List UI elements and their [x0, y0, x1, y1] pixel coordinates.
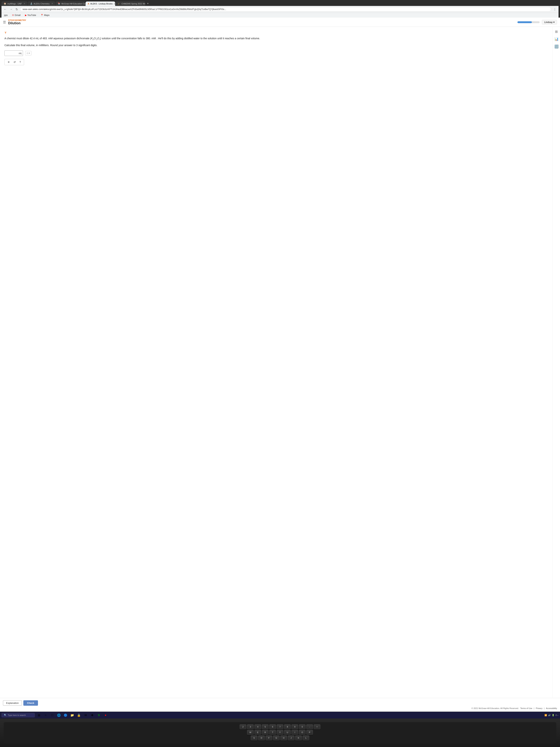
terms-link[interactable]: Terms of Use: [521, 707, 532, 710]
right-panel-icon-1[interactable]: ⊞: [554, 29, 559, 34]
taskbar-icon-red[interactable]: ●: [103, 713, 108, 718]
address-bar-row: ← → ↻ ⋮: [1, 6, 559, 12]
taskbar-tray: 📶 🔊 🔋 2:--: [544, 714, 559, 716]
tab-icon-aleks-chem: 🔬: [30, 2, 33, 5]
key-s[interactable]: S: [251, 736, 258, 740]
bookmark-gmail[interactable]: M Gmail: [11, 14, 22, 17]
bookmark-youtube-label: YouTube: [27, 14, 36, 17]
key-y[interactable]: Y: [277, 730, 283, 735]
help-button[interactable]: ?: [19, 60, 22, 64]
key-h[interactable]: H: [281, 736, 287, 740]
right-panel: ⊞ 📊 🔢: [553, 27, 560, 698]
separator-1: |: [534, 707, 534, 710]
menu-icon[interactable]: ☰: [3, 20, 6, 24]
key-4[interactable]: 4: [255, 724, 261, 729]
taskbar-icon-search[interactable]: ○: [43, 713, 48, 718]
expand-chevron[interactable]: ∨: [4, 31, 548, 34]
gmail-icon: M: [12, 14, 14, 17]
tab-icon-mcgraw: 📚: [58, 2, 60, 5]
forward-button[interactable]: →: [9, 7, 14, 11]
taskbar-icon-star[interactable]: ❖: [90, 713, 95, 718]
key-o[interactable]: O: [299, 730, 305, 735]
taskbar-icon-task[interactable]: □: [50, 713, 55, 718]
tab-close-mywings[interactable]: ✕: [24, 3, 25, 5]
taskbar-icon-s[interactable]: S: [96, 713, 102, 718]
key-i[interactable]: I: [292, 730, 298, 735]
user-dropdown-icon: ▾: [553, 21, 555, 24]
bookmark-youtube[interactable]: ▶ YouTube: [24, 14, 37, 17]
taskbar-icon-chrome[interactable]: 🔵: [63, 713, 68, 718]
problem-text-2: solution until the concentration falls t…: [101, 37, 260, 40]
tab-label-aleks-chem: ALEKs Chemistry: [34, 3, 50, 5]
key-w[interactable]: W: [247, 730, 254, 735]
key-u[interactable]: U: [284, 730, 291, 735]
key-minus[interactable]: -: [306, 724, 313, 729]
user-button[interactable]: Lindsay ▾: [542, 20, 557, 24]
key-9[interactable]: 9: [292, 724, 298, 729]
key-t[interactable]: T: [269, 730, 276, 735]
back-button[interactable]: ←: [3, 7, 7, 11]
extensions-button[interactable]: ⋮: [553, 7, 557, 11]
tab-label-aleks-main: ALEKS - Lindsay Brooks - Learn: [90, 3, 115, 5]
key-e[interactable]: E: [255, 730, 261, 735]
tab-mcgraw[interactable]: 📚 McGraw-Hill Education Campus ✕: [56, 1, 85, 6]
check-button[interactable]: Check: [23, 700, 38, 706]
key-f[interactable]: F: [266, 736, 272, 740]
aleks-header-right: Lindsay ▾: [517, 20, 557, 24]
explanation-button[interactable]: Explanation: [3, 700, 22, 706]
problem-text-1: A chemist must dilute 42.4 mL of 483. mM…: [4, 37, 90, 40]
bookmark-maps[interactable]: 📍 Maps: [39, 14, 51, 17]
key-d[interactable]: D: [258, 736, 265, 740]
math-toolbar: ✕ ↺ ?: [4, 59, 24, 65]
key-p[interactable]: P: [306, 730, 313, 735]
taskbar-icon-folder[interactable]: 📁: [70, 713, 75, 718]
key-7[interactable]: 7: [277, 724, 283, 729]
tab-aleks-main[interactable]: A ALEKS - Lindsay Brooks - Learn ✕: [85, 1, 115, 6]
key-g[interactable]: G: [273, 736, 279, 740]
tab-icon-mywings: 🏠: [4, 2, 6, 5]
key-8[interactable]: 8: [284, 724, 291, 729]
taskbar-icon-mail[interactable]: ✉: [83, 713, 88, 718]
superscript-symbol: 0: [29, 52, 30, 54]
reload-button[interactable]: ↻: [15, 7, 19, 11]
address-input[interactable]: [20, 7, 551, 11]
key-equals[interactable]: =: [314, 724, 320, 729]
undo-button[interactable]: ↺: [13, 60, 17, 64]
key-2[interactable]: 2: [240, 724, 246, 729]
cross-button[interactable]: ✕: [7, 60, 10, 64]
key-r[interactable]: R: [262, 730, 268, 735]
bookmark-pps-label: pps: [4, 14, 7, 17]
taskbar-search[interactable]: 🔍 Type here to search: [1, 713, 35, 717]
bookmarks-bar: pps M Gmail ▶ YouTube 📍 Maps: [1, 12, 559, 18]
maps-icon: 📍: [41, 14, 43, 17]
new-tab-button[interactable]: +: [145, 1, 150, 6]
tab-aleks-chem[interactable]: 🔬 ALEKs Chemistry ✕: [28, 1, 55, 6]
problem-title: Dilution: [8, 21, 26, 25]
taskbar-icon-lock[interactable]: 🔒: [76, 713, 81, 718]
answer-input[interactable]: [6, 52, 18, 55]
taskbar-icon-windows[interactable]: ⊞: [36, 713, 42, 718]
right-panel-icon-3[interactable]: 🔢: [554, 44, 559, 49]
answer-row: mL □ 0: [4, 50, 548, 56]
key-6[interactable]: 6: [269, 724, 276, 729]
tab-chm2045[interactable]: 🎓 CHM2045 Spring 2021 Week 7 L... ✕: [115, 1, 145, 6]
tab-label-mywings: myWings - UNF: [7, 3, 22, 5]
battery-icon: 🔋: [552, 714, 555, 716]
key-l[interactable]: L: [302, 736, 309, 740]
keyboard-row-qwerty: W E R T Y U I O P: [6, 730, 554, 735]
key-k[interactable]: K: [295, 736, 302, 740]
key-j[interactable]: J: [288, 736, 294, 740]
right-panel-icon-2[interactable]: 📊: [554, 36, 559, 42]
tab-close-aleks-chem[interactable]: ✕: [52, 3, 53, 5]
accessibility-link[interactable]: Accessibility: [546, 707, 557, 710]
key-0[interactable]: 0: [299, 724, 305, 729]
tab-mywings[interactable]: 🏠 myWings - UNF ✕: [1, 1, 27, 6]
bookmark-pps[interactable]: pps: [3, 14, 9, 17]
tab-label-chm2045: CHM2045 Spring 2021 Week 7 L...: [122, 3, 145, 5]
key-5[interactable]: 5: [262, 724, 268, 729]
taskbar-icon-edge[interactable]: 🌐: [56, 713, 61, 718]
privacy-link[interactable]: Privacy: [536, 707, 542, 710]
superscript-tool[interactable]: □ 0: [25, 51, 31, 55]
key-3[interactable]: 3: [247, 724, 254, 729]
superscript-icon: □: [27, 52, 28, 54]
